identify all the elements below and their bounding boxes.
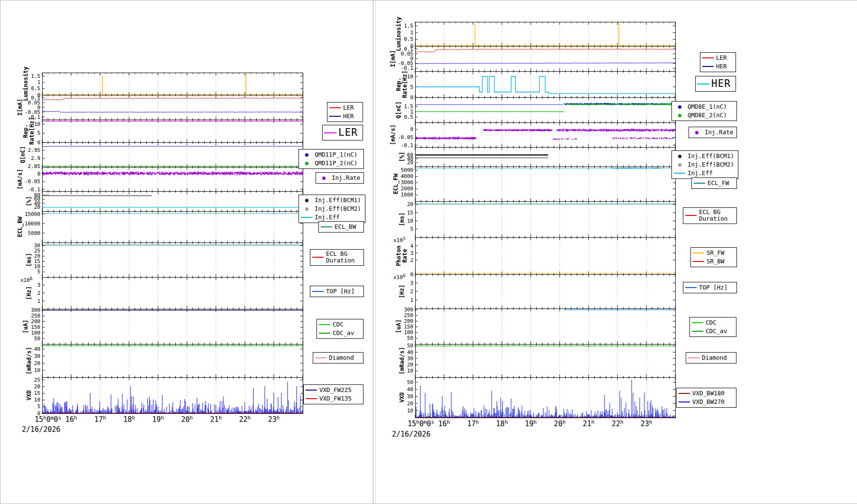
legend-label: LER <box>338 127 358 138</box>
svg-text:20: 20 <box>34 204 40 210</box>
legend-label: QMD8E_1(nC) <box>688 103 727 110</box>
subplot-right-inj-rate: 0-0.05-0.1[mA/s] <box>375 122 857 148</box>
svg-text:Rate[Hz]: Rate[Hz] <box>28 117 35 145</box>
svg-text:1: 1 <box>37 79 40 85</box>
svg-text:20h: 20h <box>181 415 193 424</box>
legend-entry: Inj.Eff <box>673 169 736 177</box>
legend-entry: Inj.Eff <box>300 213 363 222</box>
svg-text:2.95: 2.95 <box>28 147 41 153</box>
legend-label: HER <box>343 113 354 120</box>
legend-left-vxd: VXD_FW225VXD_FW135 <box>303 384 363 404</box>
legend-entry: CDC <box>318 320 362 329</box>
legend-left-ecl-bw: ECL_BW <box>318 221 364 233</box>
legend-label: SR_FW <box>707 250 725 256</box>
legend-label: Inj.Eff(BCM1) <box>315 197 361 204</box>
legend-label: CDC <box>706 319 717 326</box>
date-label-right: 2/16/2026 <box>392 430 430 439</box>
marker-dot-icon <box>673 105 686 109</box>
subplot-right-photon: 4320PhotonRatex105 <box>375 237 857 275</box>
subplot-left-luminosity: 1.510.50Luminosity <box>0 73 373 95</box>
svg-text:Q[nC]: Q[nC] <box>395 101 402 118</box>
legend-entry: CDC_av <box>691 327 735 336</box>
svg-text:20: 20 <box>34 383 40 390</box>
legend-entry: QMD8E_2(nC) <box>673 111 735 120</box>
legend-label: Inj.Eff <box>315 214 340 221</box>
svg-text:1: 1 <box>37 298 40 304</box>
legend-entry: VXD_FW225 <box>305 386 362 394</box>
legend-label: QMD8E_2(nC) <box>688 112 727 119</box>
legend-label: ECL_FW <box>708 180 729 187</box>
svg-text:19h: 19h <box>525 419 537 428</box>
line-sample-icon <box>691 331 704 332</box>
svg-text:40: 40 <box>407 386 413 392</box>
subplot-right-top-rate: 321[Hz]x106 <box>375 274 857 309</box>
line-sample-icon <box>312 257 324 258</box>
svg-text:40: 40 <box>407 349 413 355</box>
legend-right-ecl-fw: ECL_FW <box>691 177 737 189</box>
svg-text:1.5: 1.5 <box>404 23 413 29</box>
line-sample-icon <box>685 215 697 216</box>
svg-text:18h: 18h <box>496 419 508 428</box>
legend-left-inj-rate: Inj.Rate <box>316 172 364 184</box>
marker-dot-icon <box>300 153 313 157</box>
svg-text:10: 10 <box>407 368 413 374</box>
svg-text:20: 20 <box>34 360 40 366</box>
svg-text:25: 25 <box>34 377 40 383</box>
legend-entry: CDC <box>691 318 735 327</box>
svg-text:1000: 1000 <box>401 192 414 198</box>
legend-label: ECL BG Duration <box>699 209 727 223</box>
legend-right-beam-current: LERHER <box>700 52 736 72</box>
svg-text:40: 40 <box>34 346 40 352</box>
svg-text:ECL_BW: ECL_BW <box>17 216 24 237</box>
legend-label: VXD_FW225 <box>319 387 352 393</box>
marker-dot-icon <box>673 163 686 167</box>
svg-text:15h0m0s: 15h0m0s <box>408 419 434 428</box>
legend-entry: Inj.Rate <box>317 174 362 182</box>
legend-label: Inj.Eff(BCM2) <box>688 161 734 168</box>
svg-text:30: 30 <box>34 353 40 359</box>
legend-label: Inj.Eff(BCM1) <box>688 153 734 159</box>
svg-text:3: 3 <box>410 280 413 286</box>
svg-text:3000: 3000 <box>401 179 414 186</box>
legend-label: Inj.Rate <box>705 129 733 136</box>
line-sample-icon <box>685 287 697 288</box>
legend-left-cdc: CDCCDC_av <box>317 319 363 339</box>
line-sample-icon <box>329 116 341 117</box>
legend-label: ECL BG Duration <box>326 251 354 264</box>
svg-text:4000: 4000 <box>401 173 414 179</box>
svg-text:50: 50 <box>407 343 413 349</box>
svg-text:10: 10 <box>34 367 40 373</box>
svg-text:-0.1: -0.1 <box>401 65 414 71</box>
svg-text:[mA/s]: [mA/s] <box>390 124 396 145</box>
svg-text:x105: x105 <box>393 236 405 243</box>
legend-label: HER <box>711 78 731 89</box>
line-sample-icon <box>315 357 327 358</box>
marker-dot-icon <box>317 177 330 180</box>
legend-right-inj-eff: Inj.Eff(BCM1)Inj.Eff(BCM2)Inj.Eff <box>671 150 738 179</box>
svg-text:5: 5 <box>37 403 40 410</box>
legend-entry: VXD_BW270 <box>678 398 735 406</box>
marker-dot-icon <box>300 162 313 165</box>
svg-text:2: 2 <box>37 290 40 296</box>
svg-text:2.9: 2.9 <box>31 155 40 161</box>
subplot-right-charge: 1.510.5Q[nC] <box>375 97 857 123</box>
legend-left-rep-rate-ler: LER <box>322 125 363 140</box>
svg-text:[%]: [%] <box>26 196 32 206</box>
line-sample-icon <box>312 291 324 292</box>
svg-text:5: 5 <box>37 130 40 136</box>
legend-left-diamond: Diamond <box>313 352 363 364</box>
legend-entry: ECL BG Duration <box>685 209 735 223</box>
subplot-right-ecl-bg: 2015105[ms] <box>375 201 857 238</box>
svg-text:[uA]: [uA] <box>22 320 29 334</box>
legend-left-top-rate: TOP [Hz] <box>310 286 364 297</box>
svg-text:x106: x106 <box>20 276 32 283</box>
legend-entry: QMD11P_1(nC) <box>300 150 362 159</box>
legend-right-ecl-bg: ECL BG Duration <box>683 207 737 224</box>
svg-text:15: 15 <box>34 390 40 396</box>
legend-right-charge: QMD8E_1(nC)QMD8E_2(nC) <box>671 101 737 121</box>
svg-text:16h: 16h <box>65 415 77 424</box>
svg-text:15000: 15000 <box>25 211 40 217</box>
legend-right-vxd: VXD_BW180VXD_BW270 <box>676 388 736 408</box>
svg-text:20h: 20h <box>554 419 566 428</box>
line-sample-icon <box>300 217 313 218</box>
